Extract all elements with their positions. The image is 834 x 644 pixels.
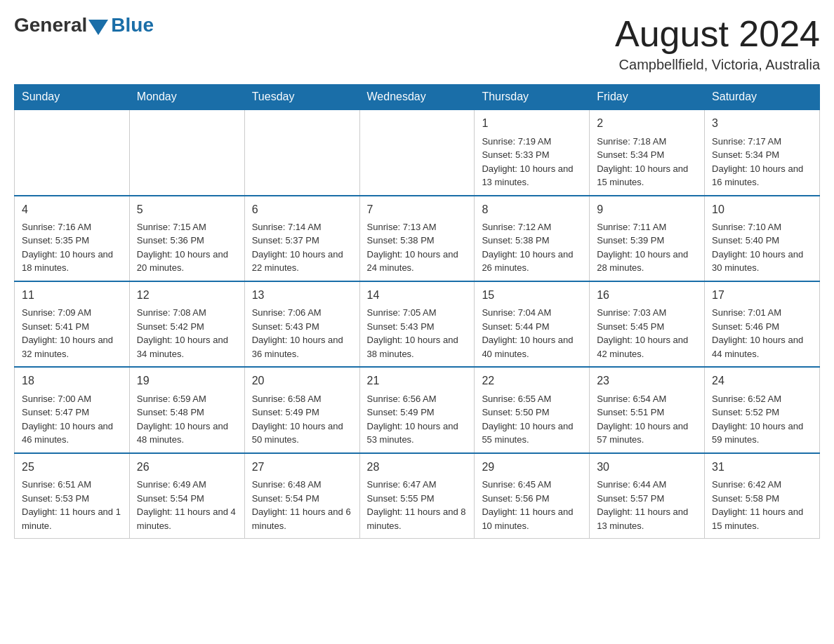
calendar-cell-2-4: 15Sunrise: 7:04 AMSunset: 5:44 PMDayligh… <box>475 281 590 367</box>
calendar-cell-3-1: 19Sunrise: 6:59 AMSunset: 5:48 PMDayligh… <box>129 367 244 452</box>
calendar-cell-0-2 <box>244 109 359 195</box>
calendar-cell-4-1: 26Sunrise: 6:49 AMSunset: 5:54 PMDayligh… <box>129 453 244 539</box>
day-info: Sunrise: 7:12 AMSunset: 5:38 PMDaylight:… <box>482 220 582 275</box>
location-subtitle: Campbellfield, Victoria, Australia <box>615 57 820 73</box>
day-info: Sunrise: 6:58 AMSunset: 5:49 PMDaylight:… <box>252 392 352 447</box>
day-info: Sunrise: 7:14 AMSunset: 5:37 PMDaylight:… <box>252 220 352 275</box>
calendar-cell-1-2: 6Sunrise: 7:14 AMSunset: 5:37 PMDaylight… <box>244 196 359 281</box>
calendar-cell-4-2: 27Sunrise: 6:48 AMSunset: 5:54 PMDayligh… <box>244 453 359 539</box>
day-info: Sunrise: 6:49 AMSunset: 5:54 PMDaylight:… <box>137 478 237 532</box>
day-info: Sunrise: 7:13 AMSunset: 5:38 PMDaylight:… <box>367 220 468 275</box>
logo-triangle-icon <box>88 20 108 35</box>
day-number: 11 <box>22 288 122 303</box>
day-number: 31 <box>712 459 812 475</box>
month-year-title: August 2024 <box>615 14 820 54</box>
day-number: 8 <box>482 202 582 217</box>
day-number: 2 <box>597 116 697 131</box>
day-info: Sunrise: 7:16 AMSunset: 5:35 PMDaylight:… <box>22 220 122 275</box>
day-number: 10 <box>712 202 812 217</box>
calendar-cell-1-4: 8Sunrise: 7:12 AMSunset: 5:38 PMDaylight… <box>475 196 590 281</box>
calendar-cell-1-5: 9Sunrise: 7:11 AMSunset: 5:39 PMDaylight… <box>590 196 705 281</box>
calendar-cell-2-1: 12Sunrise: 7:08 AMSunset: 5:42 PMDayligh… <box>129 281 244 367</box>
logo-general: General <box>14 14 87 36</box>
day-info: Sunrise: 6:55 AMSunset: 5:50 PMDaylight:… <box>482 392 582 447</box>
calendar-cell-1-0: 4Sunrise: 7:16 AMSunset: 5:35 PMDaylight… <box>15 196 130 281</box>
calendar-cell-3-2: 20Sunrise: 6:58 AMSunset: 5:49 PMDayligh… <box>244 367 359 452</box>
calendar-cell-3-6: 24Sunrise: 6:52 AMSunset: 5:52 PMDayligh… <box>705 367 820 452</box>
weekday-header-thursday: Thursday <box>475 85 590 110</box>
calendar-cell-0-3 <box>359 109 475 195</box>
day-info: Sunrise: 7:09 AMSunset: 5:41 PMDaylight:… <box>22 306 122 361</box>
weekday-header-monday: Monday <box>129 85 244 110</box>
calendar-cell-4-4: 29Sunrise: 6:45 AMSunset: 5:56 PMDayligh… <box>475 453 590 539</box>
day-info: Sunrise: 6:45 AMSunset: 5:56 PMDaylight:… <box>482 478 582 532</box>
logo-blue: Blue <box>111 14 154 36</box>
day-number: 23 <box>597 373 697 389</box>
calendar-cell-3-0: 18Sunrise: 7:00 AMSunset: 5:47 PMDayligh… <box>15 367 130 452</box>
day-info: Sunrise: 7:06 AMSunset: 5:43 PMDaylight:… <box>252 306 352 361</box>
day-number: 9 <box>597 202 697 217</box>
day-info: Sunrise: 6:52 AMSunset: 5:52 PMDaylight:… <box>712 392 812 447</box>
day-number: 27 <box>252 459 352 475</box>
day-number: 17 <box>712 288 812 303</box>
day-info: Sunrise: 7:00 AMSunset: 5:47 PMDaylight:… <box>22 392 122 447</box>
day-info: Sunrise: 6:54 AMSunset: 5:51 PMDaylight:… <box>597 392 697 447</box>
calendar-cell-0-6: 3Sunrise: 7:17 AMSunset: 5:34 PMDaylight… <box>705 109 820 195</box>
day-info: Sunrise: 7:19 AMSunset: 5:33 PMDaylight:… <box>482 135 582 189</box>
day-number: 28 <box>367 459 468 475</box>
day-info: Sunrise: 7:04 AMSunset: 5:44 PMDaylight:… <box>482 306 582 361</box>
day-number: 22 <box>482 373 582 389</box>
calendar-cell-0-5: 2Sunrise: 7:18 AMSunset: 5:34 PMDaylight… <box>590 109 705 195</box>
day-number: 3 <box>712 116 812 131</box>
calendar-cell-4-0: 25Sunrise: 6:51 AMSunset: 5:53 PMDayligh… <box>15 453 130 539</box>
day-number: 19 <box>137 373 237 389</box>
day-info: Sunrise: 7:11 AMSunset: 5:39 PMDaylight:… <box>597 220 697 275</box>
calendar-cell-4-3: 28Sunrise: 6:47 AMSunset: 5:55 PMDayligh… <box>359 453 475 539</box>
weekday-header-friday: Friday <box>590 85 705 110</box>
calendar-row-1: 4Sunrise: 7:16 AMSunset: 5:35 PMDaylight… <box>15 196 820 281</box>
day-number: 13 <box>252 288 352 303</box>
day-number: 18 <box>22 373 122 389</box>
day-number: 7 <box>367 202 468 217</box>
day-number: 25 <box>22 459 122 475</box>
calendar-row-2: 11Sunrise: 7:09 AMSunset: 5:41 PMDayligh… <box>15 281 820 367</box>
calendar-cell-3-3: 21Sunrise: 6:56 AMSunset: 5:49 PMDayligh… <box>359 367 475 452</box>
calendar-cell-3-4: 22Sunrise: 6:55 AMSunset: 5:50 PMDayligh… <box>475 367 590 452</box>
day-info: Sunrise: 6:47 AMSunset: 5:55 PMDaylight:… <box>367 478 468 532</box>
calendar-table: SundayMondayTuesdayWednesdayThursdayFrid… <box>14 84 820 539</box>
day-info: Sunrise: 6:42 AMSunset: 5:58 PMDaylight:… <box>712 478 812 532</box>
calendar-cell-4-6: 31Sunrise: 6:42 AMSunset: 5:58 PMDayligh… <box>705 453 820 539</box>
day-info: Sunrise: 7:17 AMSunset: 5:34 PMDaylight:… <box>712 135 812 189</box>
weekday-header-wednesday: Wednesday <box>359 85 475 110</box>
title-block: August 2024 Campbellfield, Victoria, Aus… <box>615 14 820 73</box>
day-number: 5 <box>137 202 237 217</box>
day-info: Sunrise: 7:18 AMSunset: 5:34 PMDaylight:… <box>597 135 697 189</box>
calendar-cell-0-1 <box>129 109 244 195</box>
weekday-header-sunday: Sunday <box>15 85 130 110</box>
calendar-cell-2-5: 16Sunrise: 7:03 AMSunset: 5:45 PMDayligh… <box>590 281 705 367</box>
day-number: 4 <box>22 202 122 217</box>
day-info: Sunrise: 7:05 AMSunset: 5:43 PMDaylight:… <box>367 306 468 361</box>
day-info: Sunrise: 6:56 AMSunset: 5:49 PMDaylight:… <box>367 392 468 447</box>
calendar-cell-2-0: 11Sunrise: 7:09 AMSunset: 5:41 PMDayligh… <box>15 281 130 367</box>
day-info: Sunrise: 7:15 AMSunset: 5:36 PMDaylight:… <box>137 220 237 275</box>
calendar-cell-4-5: 30Sunrise: 6:44 AMSunset: 5:57 PMDayligh… <box>590 453 705 539</box>
calendar-header-row: SundayMondayTuesdayWednesdayThursdayFrid… <box>15 85 820 110</box>
logo: General Blue <box>14 14 154 36</box>
calendar-cell-2-3: 14Sunrise: 7:05 AMSunset: 5:43 PMDayligh… <box>359 281 475 367</box>
day-info: Sunrise: 7:01 AMSunset: 5:46 PMDaylight:… <box>712 306 812 361</box>
day-number: 29 <box>482 459 582 475</box>
day-number: 6 <box>252 202 352 217</box>
day-number: 12 <box>137 288 237 303</box>
day-info: Sunrise: 7:03 AMSunset: 5:45 PMDaylight:… <box>597 306 697 361</box>
weekday-header-saturday: Saturday <box>705 85 820 110</box>
calendar-cell-0-0 <box>15 109 130 195</box>
calendar-cell-1-6: 10Sunrise: 7:10 AMSunset: 5:40 PMDayligh… <box>705 196 820 281</box>
day-number: 30 <box>597 459 697 475</box>
calendar-row-4: 25Sunrise: 6:51 AMSunset: 5:53 PMDayligh… <box>15 453 820 539</box>
day-info: Sunrise: 6:51 AMSunset: 5:53 PMDaylight:… <box>22 478 122 532</box>
day-number: 15 <box>482 288 582 303</box>
day-number: 26 <box>137 459 237 475</box>
calendar-cell-1-3: 7Sunrise: 7:13 AMSunset: 5:38 PMDaylight… <box>359 196 475 281</box>
page-header: General Blue August 2024 Campbellfield, … <box>14 14 820 73</box>
